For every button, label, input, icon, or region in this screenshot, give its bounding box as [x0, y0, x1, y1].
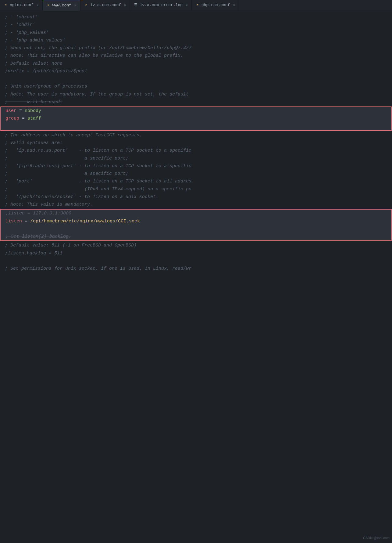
code-line: ; Default Value: none — [0, 60, 392, 67]
code-line: ; Note: This directive can also be relat… — [0, 52, 392, 59]
code-line: ; Valid syntaxes are: — [0, 139, 392, 147]
code-line: ; will be used. — [0, 98, 392, 106]
code-line-blank2 — [1, 123, 391, 130]
code-line-listen: listen = /opt/homebrew/etc/nginx/wwwlogs… — [1, 218, 391, 225]
code-line: ; '[ip:6:addr:ess]:port' - to listen on … — [0, 162, 392, 170]
code-line: ; Set permissions for unix socket, if on… — [0, 265, 392, 272]
code-line: ; The address on which to accept FastCGI… — [0, 131, 392, 139]
code-line-listen-comment: ;listen = 127.0.0.1:9000 — [1, 210, 391, 217]
tab-label-nginx: nginx.conf — [10, 2, 34, 8]
tab-www-conf[interactable]: ☀ www.conf ✕ — [43, 0, 80, 11]
code-line: ; Default Value: 511 (-1 on FreeBSD and … — [0, 242, 392, 249]
red-box-user-group: user = nobody group = staff — [0, 106, 392, 131]
code-line-backlog-comment: ; Set listen(2) backlog. — [1, 233, 391, 240]
code-line: ; - 'chdir' — [0, 21, 392, 29]
tab-icon-error-log: ☰ — [134, 3, 138, 8]
code-line: ; Note: The user is mandatory. If the gr… — [0, 91, 392, 98]
code-line: ; a specific port; — [0, 170, 392, 178]
code-line: ; (IPv6 and IPv4-mapped) on a specific p… — [0, 185, 392, 193]
tab-label-php-rpm: php-rpm.conf — [201, 2, 230, 8]
code-line: ; - 'chroot' — [0, 13, 392, 21]
tab-close-iv-a[interactable]: ✕ — [124, 3, 126, 8]
tab-close-www[interactable]: ✕ — [74, 3, 77, 8]
code-line: ; Unix user/group of processes — [0, 83, 392, 90]
tab-close-nginx[interactable]: ✕ — [37, 3, 39, 8]
code-line-user: user = nobody — [1, 107, 391, 115]
tab-icon-iv-a: ☀ — [84, 3, 88, 8]
tab-nginx-conf[interactable]: ☀ nginx.conf ✕ — [0, 0, 43, 11]
code-line: ; Note: This value is mandatory. — [0, 201, 392, 208]
code-line: ; When not set, the global prefix (or /o… — [0, 44, 392, 52]
tab-close-php-rpm[interactable]: ✕ — [233, 3, 235, 8]
tab-iv-a-conf[interactable]: ☀ iv.a.com.conf ✕ — [80, 0, 130, 11]
code-line: ;prefix = /path/to/pools/$pool — [0, 67, 392, 75]
code-line: ;listen.backlog = 511 — [0, 250, 392, 257]
tab-icon-php-rpm: ☀ — [195, 3, 200, 8]
code-line-blank — [0, 75, 392, 83]
code-line: ; 'ip.add.re.ss:port' - to listen on a T… — [0, 147, 392, 154]
tab-close-error-log[interactable]: ✕ — [186, 3, 188, 8]
tab-bar: ☀ nginx.conf ✕ ☀ www.conf ✕ ☀ iv.a.com.c… — [0, 0, 392, 11]
code-line-group: group = staff — [1, 115, 391, 122]
tab-label-iv-a: iv.a.com.conf — [90, 2, 121, 8]
tab-iv-a-error-log[interactable]: ☰ iv.a.com.error.log ✕ — [130, 0, 192, 11]
red-box-listen: ;listen = 127.0.0.1:9000 listen = /opt/h… — [0, 209, 392, 241]
code-line: ; a specific port; — [0, 155, 392, 162]
code-line: ; 'port' - to listen on a TCP socket to … — [0, 178, 392, 185]
code-line: ; '/path/to/unix/socket' - to listen on … — [0, 193, 392, 201]
code-line: ; - 'php_values' — [0, 29, 392, 37]
tab-icon-nginx: ☀ — [4, 3, 8, 8]
tab-label-www: www.conf — [52, 2, 71, 9]
code-line-blank3 — [1, 225, 391, 233]
tab-php-rpm-conf[interactable]: ☀ php-rpm.conf ✕ — [192, 0, 239, 11]
code-editor[interactable]: ; - 'chroot' ; - 'chdir' ; - 'php_values… — [0, 11, 392, 275]
code-line-blank4 — [0, 257, 392, 265]
code-line: ; - 'php_admin_values' — [0, 37, 392, 44]
tab-label-error-log: iv.a.com.error.log — [140, 2, 183, 8]
tab-icon-www: ☀ — [46, 3, 51, 8]
